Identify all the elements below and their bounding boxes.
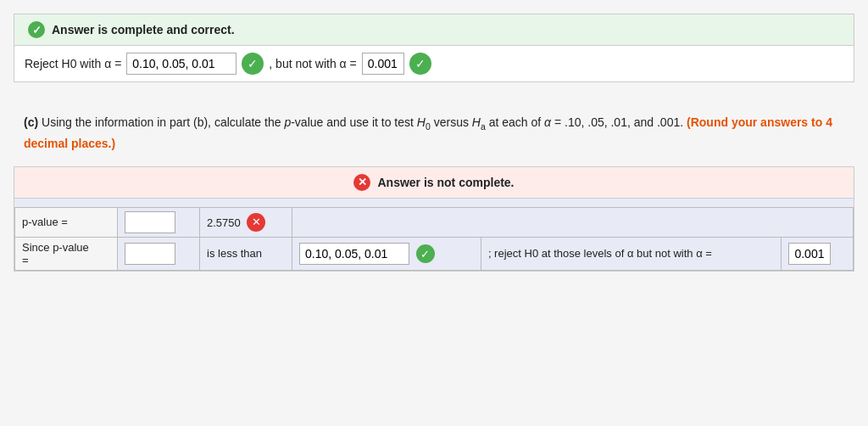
table-area: p-value = 2.5750 ✕ Since p-value= is les…	[14, 207, 854, 271]
is-less-than-text: is less than	[207, 247, 262, 260]
but-not-input[interactable]	[362, 53, 404, 75]
table-row-since: Since p-value= is less than ✓ ; reject H…	[15, 237, 854, 270]
section2-banner: ✕ Answer is not complete.	[14, 167, 854, 199]
section1-row: Reject H0 with α = ✓ , but not with α = …	[14, 46, 854, 81]
table-row-pvalue: p-value = 2.5750 ✕	[15, 207, 854, 237]
desc-text1: Using the information in part (b), calcu…	[42, 115, 687, 129]
is-less-than-cell: is less than	[200, 237, 292, 270]
alpha-check-button[interactable]: ✓	[416, 244, 435, 263]
spacer-row	[14, 199, 854, 207]
pvalue-label: p-value =	[15, 207, 118, 237]
but-not-check-button[interactable]: ✓	[409, 53, 431, 75]
reject-check-button[interactable]: ✓	[242, 53, 264, 75]
but-not-label: , but not with α =	[269, 57, 356, 70]
alpha-values-input[interactable]	[299, 243, 409, 265]
since-label: Since p-value=	[15, 237, 118, 270]
since-input[interactable]	[125, 243, 175, 265]
section1-banner: ✓ Answer is complete and correct.	[14, 14, 854, 46]
since-input-cell	[117, 237, 199, 270]
x-icon: ✕	[353, 174, 370, 191]
data-table: p-value = 2.5750 ✕ Since p-value= is les…	[14, 207, 854, 271]
section1-banner-text: Answer is complete and correct.	[52, 23, 235, 36]
pvalue-filled-cell: 2.5750 ✕	[200, 207, 292, 237]
section2: ✕ Answer is not complete. p-value = 2.57…	[14, 166, 854, 272]
description-block: (c) Using the information in part (b), c…	[14, 96, 854, 166]
section1: ✓ Answer is complete and correct. Reject…	[14, 14, 854, 82]
pvalue-input[interactable]	[125, 211, 175, 233]
empty-cell	[292, 207, 854, 237]
reject-text-cell: ; reject H0 at those levels of α but not…	[481, 237, 782, 270]
final-input[interactable]	[788, 243, 831, 265]
pvalue-filled-value: 2.5750	[207, 216, 241, 228]
pvalue-input-cell	[117, 207, 199, 237]
check-icon: ✓	[28, 21, 45, 38]
reject-label: Reject H0 with α =	[25, 57, 121, 70]
section2-banner-text: Answer is not complete.	[377, 176, 514, 189]
part-label: (c)	[24, 115, 38, 129]
alpha-values-cell: ✓	[292, 237, 481, 270]
final-input-cell	[782, 237, 854, 270]
reject-input[interactable]	[126, 53, 236, 75]
reject-text: ; reject H0 at those levels of α but not…	[488, 247, 712, 260]
pvalue-x-button[interactable]: ✕	[247, 213, 265, 232]
